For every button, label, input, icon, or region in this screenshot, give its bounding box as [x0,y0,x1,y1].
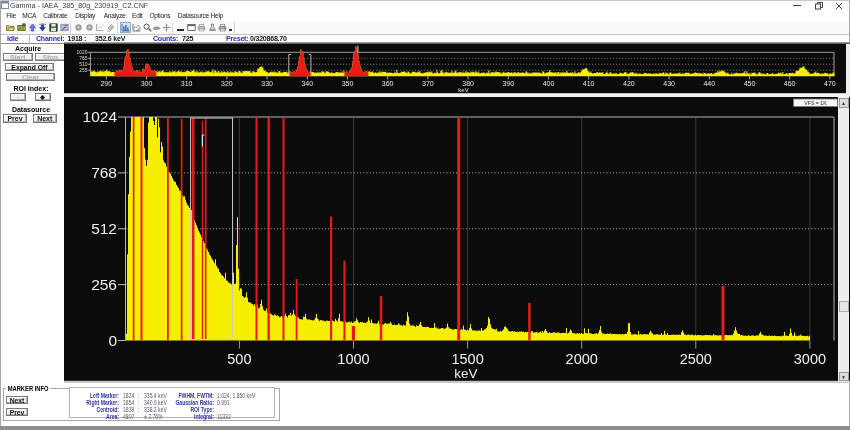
svg-text:3000: 3000 [794,351,826,367]
svg-text:320: 320 [221,80,233,87]
svg-text:330: 330 [261,80,273,87]
svg-text:255: 255 [79,67,88,73]
svg-text:VFS = 1K: VFS = 1K [804,100,827,106]
svg-text:2500: 2500 [680,351,712,367]
svg-text:440: 440 [703,80,715,87]
svg-text:360: 360 [382,80,394,87]
svg-text:1000: 1000 [337,351,369,367]
svg-text:768: 768 [91,164,117,181]
svg-text:380: 380 [462,80,474,87]
svg-text:2000: 2000 [566,351,598,367]
svg-text:410: 410 [583,80,595,87]
svg-text:keV: keV [454,366,477,381]
svg-text:290: 290 [100,80,112,87]
svg-text:370: 370 [422,80,434,87]
svg-text:450: 450 [744,80,756,87]
svg-text:310: 310 [181,80,193,87]
svg-text:470: 470 [824,80,836,87]
svg-text:500: 500 [227,351,251,367]
svg-text:1024: 1024 [83,108,118,125]
svg-text:400: 400 [543,80,555,87]
svg-text:430: 430 [663,80,675,87]
svg-text:350: 350 [342,80,354,87]
svg-text:340: 340 [301,80,313,87]
svg-text:0: 0 [108,332,117,349]
svg-text:460: 460 [784,80,796,87]
svg-text:420: 420 [623,80,635,87]
svg-text:512: 512 [91,220,117,237]
svg-text:300: 300 [141,80,153,87]
svg-text:keV: keV [458,87,468,93]
svg-text:390: 390 [502,80,514,87]
svg-text:256: 256 [91,276,117,293]
